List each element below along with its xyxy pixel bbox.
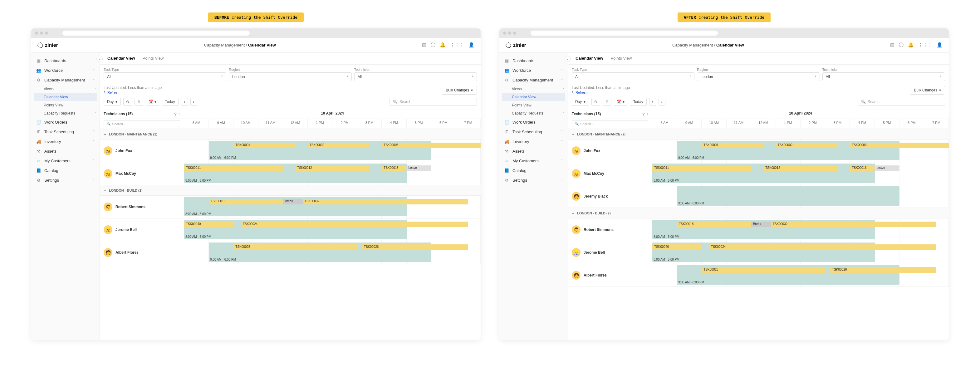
- breadcrumb-parent[interactable]: Capacity Management: [204, 43, 245, 48]
- url-bar[interactable]: [62, 30, 250, 35]
- sidebar-sub-0[interactable]: Views ˄: [500, 85, 568, 93]
- sidebar-sub-3[interactable]: Capacity Requests ˅: [31, 109, 100, 117]
- bulk-changes-button[interactable]: Bulk Changes ▾: [910, 86, 945, 94]
- timeline[interactable]: 9:00 AM - 6:00 PM TSK00025TSK00026: [652, 264, 949, 287]
- timeline[interactable]: 8:00 AM - 5:00 PM TSK00040TSK00024: [184, 218, 480, 241]
- apps-icon[interactable]: ⋮⋮⋮: [918, 42, 932, 48]
- timeline[interactable]: 8:00 AM - 5:00 PM TSK00011TSK00012TSK000…: [652, 162, 949, 185]
- task-block[interactable]: TSK00012: [295, 166, 369, 171]
- chat-icon[interactable]: ▤: [890, 42, 894, 48]
- bulb-icon[interactable]: ⓘ: [899, 42, 904, 48]
- sidebar-item2-3[interactable]: ⚒ Assets: [31, 147, 100, 156]
- sidebar-item2-6[interactable]: ⚙ Settings ˅: [500, 175, 568, 185]
- sidebar-item2-0[interactable]: 🧾 Work Orders: [31, 117, 100, 127]
- filter-select-0[interactable]: All ▾: [103, 72, 226, 81]
- task-block[interactable]: TSK00002: [776, 143, 838, 148]
- filter-select-1[interactable]: London ▾: [697, 72, 819, 81]
- sidebar-collapse-button[interactable]: ‹: [96, 56, 103, 62]
- group-label[interactable]: ⌄ LONDON - MAINTENANCE (2): [568, 129, 652, 139]
- sidebar-item2-3[interactable]: ⚒ Assets: [500, 147, 568, 156]
- tech-info[interactable]: 👷 John Fox: [100, 140, 184, 162]
- filter-select-2[interactable]: All ▾: [354, 72, 477, 81]
- task-block[interactable]: TSK00001: [234, 143, 295, 148]
- sidebar-item2-2[interactable]: 🚚 Inventory ˅: [31, 137, 100, 147]
- prev-button[interactable]: ‹: [649, 98, 656, 106]
- sidebar-item2-5[interactable]: 📘 Catalog: [31, 166, 100, 175]
- sidebar-item2-0[interactable]: 🧾 Work Orders: [500, 117, 568, 127]
- refresh-link[interactable]: ↻ Refresh: [572, 91, 588, 94]
- sidebar-item2-4[interactable]: ☺ My Customers ˅: [31, 156, 100, 166]
- search-input[interactable]: 🔍 Search: [390, 98, 477, 106]
- filter-select-0[interactable]: All ▾: [572, 72, 694, 81]
- tech-info[interactable]: 🧑 Albert Flores: [100, 241, 184, 264]
- tech-info[interactable]: 🧑 Albert Flores: [568, 264, 652, 287]
- sidebar-item2-4[interactable]: ☺ My Customers ˅: [500, 156, 568, 166]
- profile-icon[interactable]: 👤: [468, 42, 474, 48]
- tech-info[interactable]: 👷 Max McCoy: [568, 162, 652, 185]
- bulk-changes-button[interactable]: Bulk Changes ▾: [442, 86, 477, 94]
- task-block[interactable]: TSK00013: [382, 166, 406, 171]
- tab-0[interactable]: Calendar View: [572, 53, 607, 64]
- sidebar-item-0[interactable]: ▦ Dashboards: [500, 56, 568, 65]
- task-block[interactable]: TSK00018: [677, 221, 751, 227]
- filter-icon[interactable]: ⚲: [642, 112, 645, 116]
- task-block[interactable]: TSK00011: [184, 166, 283, 171]
- search-input[interactable]: 🔍 Search: [858, 98, 945, 106]
- prev-button[interactable]: ‹: [181, 98, 188, 106]
- today-button[interactable]: Today: [162, 98, 178, 106]
- timeline[interactable]: 8:00 AM - 5:00 PM TSK00040TSK00024: [652, 241, 949, 264]
- sidebar-sub-2[interactable]: Points View: [31, 101, 100, 109]
- task-block[interactable]: TSK00018: [209, 199, 283, 204]
- group-label[interactable]: ⌄ LONDON - BUILD (2): [568, 208, 652, 218]
- task-block[interactable]: Leave: [407, 166, 431, 171]
- task-block[interactable]: TSK00024: [709, 244, 936, 250]
- bell-icon[interactable]: 🔔: [908, 42, 914, 48]
- task-block[interactable]: TSK00026: [830, 267, 936, 273]
- sidebar-sub-0[interactable]: Views ˄: [31, 85, 100, 93]
- sort-icon[interactable]: ↕: [647, 112, 649, 116]
- sidebar-item2-2[interactable]: 🚚 Inventory ˅: [500, 137, 568, 147]
- task-block[interactable]: TSK00011: [652, 166, 751, 171]
- tech-search-input[interactable]: 🔍 Search...: [103, 120, 180, 127]
- tech-info[interactable]: 👷‍♂️ Jerome Bell: [568, 241, 652, 264]
- logo[interactable]: zinier: [506, 43, 526, 48]
- task-block[interactable]: TSK00040: [184, 221, 234, 227]
- timeline[interactable]: 9:00 AM - 6:00 PM: [652, 185, 949, 207]
- task-block[interactable]: TSK00040: [652, 244, 702, 250]
- sort-icon[interactable]: ↕: [178, 112, 180, 116]
- date-picker-button[interactable]: 📅 ▾: [146, 98, 159, 106]
- timeline[interactable]: 8:00 AM - 5:00 PM TSK00011TSK00012TSK000…: [184, 162, 480, 185]
- sidebar-sub-1[interactable]: Calendar View: [34, 93, 97, 101]
- next-button[interactable]: ›: [659, 98, 665, 106]
- task-block[interactable]: TSK00003: [382, 143, 480, 148]
- sidebar-sub-2[interactable]: Points View: [500, 101, 568, 109]
- timeline[interactable]: 9:00 AM - 6:00 PM TSK00001TSK00002TSK000…: [184, 140, 480, 162]
- day-select[interactable]: Day ▾: [572, 98, 589, 106]
- sidebar-item2-5[interactable]: 📘 Catalog: [500, 166, 568, 175]
- sidebar-sub-3[interactable]: Capacity Requests ˅: [500, 109, 568, 117]
- zoom-in-button[interactable]: ⊕: [603, 98, 611, 106]
- sidebar-item-2[interactable]: ⚙ Capacity Management ˄: [500, 75, 568, 85]
- sidebar-item2-1[interactable]: 🗓 Task Scheduling ˅: [500, 127, 568, 137]
- group-label[interactable]: ⌄ LONDON - MAINTENANCE (2): [100, 129, 184, 139]
- next-button[interactable]: ›: [190, 98, 197, 106]
- task-block[interactable]: TSK00025: [234, 244, 357, 250]
- tab-0[interactable]: Calendar View: [103, 53, 139, 64]
- zoom-out-button[interactable]: ⊖: [123, 98, 132, 106]
- refresh-link[interactable]: ↻ Refresh: [103, 91, 119, 94]
- today-button[interactable]: Today: [630, 98, 647, 106]
- task-block[interactable]: TSK00025: [702, 267, 825, 273]
- apps-icon[interactable]: ⋮⋮⋮: [450, 42, 464, 48]
- task-block[interactable]: TSK00032: [303, 199, 468, 204]
- task-block[interactable]: Leave: [875, 166, 899, 171]
- profile-icon[interactable]: 👤: [937, 42, 943, 48]
- chat-icon[interactable]: ▤: [422, 42, 426, 48]
- zoom-in-button[interactable]: ⊕: [135, 98, 143, 106]
- sidebar-item-0[interactable]: ▦ Dashboards: [31, 56, 100, 65]
- timeline[interactable]: 9:00 AM - 6:00 PM TSK00025TSK00026: [184, 241, 480, 264]
- tech-search-input[interactable]: 🔍 Search...: [572, 120, 648, 127]
- tech-info[interactable]: 👷 John Fox: [568, 140, 652, 162]
- group-label[interactable]: ⌄ LONDON - BUILD (2): [100, 185, 184, 195]
- tab-1[interactable]: Points View: [139, 53, 168, 64]
- day-select[interactable]: Day ▾: [103, 98, 121, 106]
